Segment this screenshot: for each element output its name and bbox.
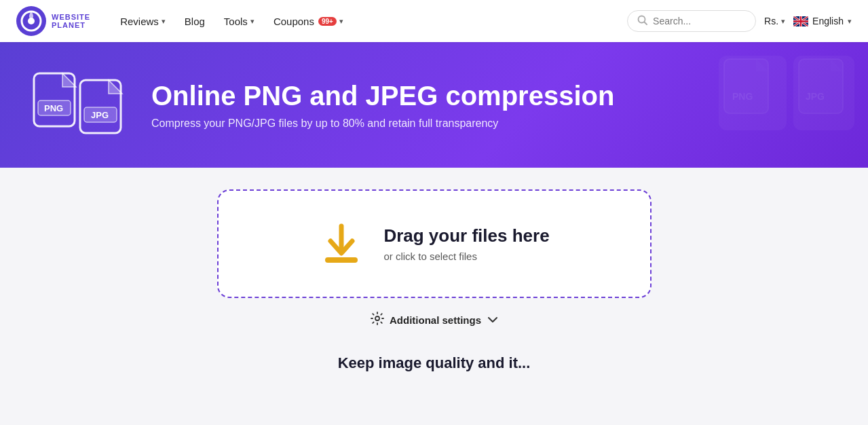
- chevron-down-icon: [488, 315, 497, 325]
- nav-reviews[interactable]: Reviews ▾: [112, 10, 174, 33]
- upload-drag-subtitle: or click to select files: [383, 251, 549, 262]
- svg-text:JPG: JPG: [91, 110, 109, 120]
- hero-bg-jpg-icon: JPG: [793, 56, 854, 130]
- settings-icon: [371, 312, 384, 329]
- svg-text:PNG: PNG: [732, 91, 753, 102]
- upload-dropzone[interactable]: Drag your files here or click to select …: [217, 189, 652, 298]
- nav-coupons[interactable]: Coupons 99+ ▾: [265, 10, 352, 33]
- chevron-down-icon: ▾: [339, 17, 343, 26]
- upload-drag-title: Drag your files here: [383, 225, 549, 246]
- search-input[interactable]: [653, 16, 746, 26]
- svg-rect-16: [325, 257, 358, 263]
- language-selector[interactable]: English ▾: [793, 16, 852, 26]
- svg-point-17: [375, 316, 379, 320]
- currency-label: Rs.: [764, 16, 778, 26]
- logo-line1: WEBSITE: [52, 13, 90, 21]
- upload-text-group: Drag your files here or click to select …: [383, 225, 549, 262]
- hero-bg-png-icon: PNG: [719, 56, 787, 130]
- settings-label: Additional settings: [390, 314, 481, 326]
- nav-links: Reviews ▾ Blog Tools ▾ Coupons 99+ ▾: [112, 10, 627, 33]
- hero-file-icons: PNG JPG: [33, 72, 130, 138]
- language-label: English: [812, 16, 844, 26]
- bottom-hint-text: Keep image quality and it...: [338, 354, 531, 371]
- svg-line-4: [645, 22, 647, 25]
- chevron-down-icon: ▾: [848, 17, 852, 26]
- chevron-down-icon: ▾: [781, 17, 785, 26]
- nav-tools[interactable]: Tools ▾: [216, 10, 263, 33]
- coupons-badge: 99+: [318, 17, 337, 26]
- svg-text:JPG: JPG: [806, 91, 825, 102]
- svg-text:PNG: PNG: [44, 103, 63, 113]
- additional-settings-toggle[interactable]: Additional settings: [371, 312, 497, 329]
- bottom-section-hint: Keep image quality and it...: [0, 342, 868, 372]
- upload-icon: [318, 221, 364, 267]
- upload-section: Drag your files here or click to select …: [0, 168, 868, 342]
- nav-right: Rs. ▾ English ▾: [627, 10, 852, 32]
- search-icon: [637, 15, 647, 27]
- nav-blog[interactable]: Blog: [176, 10, 213, 33]
- flag-icon: [793, 16, 808, 26]
- hero-banner: PNG JPG PNG JPG Online PNG and JP: [0, 42, 868, 168]
- chevron-down-icon: ▾: [250, 17, 254, 26]
- jpg-file-icon: JPG: [79, 79, 130, 141]
- chevron-down-icon: ▾: [162, 17, 166, 26]
- currency-selector[interactable]: Rs. ▾: [764, 16, 785, 26]
- navbar: WEBSITE PLANET Reviews ▾ Blog Tools ▾ Co…: [0, 0, 868, 42]
- hero-bg-decorations: PNG JPG: [719, 56, 854, 130]
- search-box[interactable]: [627, 10, 756, 32]
- logo[interactable]: WEBSITE PLANET: [16, 6, 90, 36]
- logo-line2: PLANET: [52, 21, 90, 29]
